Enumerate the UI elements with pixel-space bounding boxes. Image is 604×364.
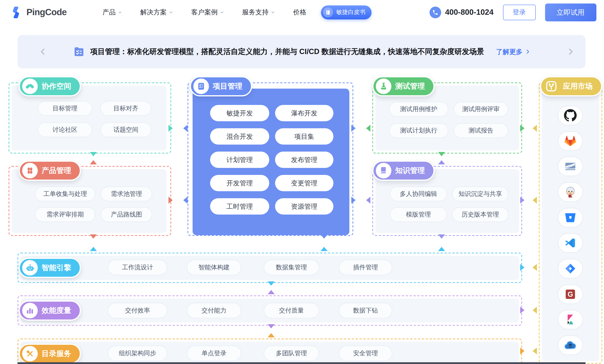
flow-arrow <box>168 125 173 132</box>
phone-number: 400-800-1024 <box>445 8 493 17</box>
gitlab-icon <box>564 134 577 148</box>
feature-chip: 模版管理 <box>390 207 447 222</box>
flow-arrow <box>438 247 445 251</box>
kibana-icon <box>564 313 577 326</box>
flow-arrow <box>90 247 97 251</box>
banner-next-button[interactable] <box>566 48 575 56</box>
app-pill <box>558 182 583 202</box>
phone-contact[interactable]: 400-800-1024 <box>429 6 493 18</box>
page-fold-divider <box>17 362 586 364</box>
banner-prev-button[interactable] <box>39 48 48 56</box>
checklist-folder-icon <box>73 46 85 58</box>
flow-arrow <box>533 348 537 354</box>
checklist-icon <box>193 79 209 94</box>
banner-text: 项目管理：标准化研发管理模型，搭配灵活自定义能力，并能与 CI/CD 数据进行无… <box>90 47 484 57</box>
nav-item-solutions[interactable]: 解决方案 <box>140 8 173 17</box>
chevron-down-icon <box>118 10 122 14</box>
feature-chip: 话题空间 <box>100 122 151 137</box>
announcement-banner: 项目管理：标准化研发管理模型，搭配灵活自定义能力，并能与 CI/CD 数据进行无… <box>17 35 586 68</box>
flow-arrow <box>533 307 537 314</box>
main-nav: 产品 解决方案 客户案例 服务支持 价格 <box>102 8 306 17</box>
logo-text: PingCode <box>26 7 67 17</box>
subversion-icon <box>564 160 577 173</box>
bitbucket-icon <box>564 211 577 224</box>
nav-item-products[interactable]: 产品 <box>102 8 122 17</box>
flow-arrow <box>268 281 275 286</box>
feature-chip: 项目集 <box>275 128 333 145</box>
feature-chip: 组织架构同步 <box>108 346 167 361</box>
ai-section-label: 智能引擎 <box>19 258 81 278</box>
learn-more-link[interactable]: 了解更多 <box>496 47 530 56</box>
nav-item-support[interactable]: 服务支持 <box>242 8 275 17</box>
feature-chip: 数据集管理 <box>264 260 319 275</box>
pingcode-homepage: PingCode 产品 解决方案 客户案例 服务支持 价格 <box>0 0 604 364</box>
tools-icon <box>22 346 38 362</box>
cloud-database-icon <box>564 339 577 352</box>
directory-section-label: 目录服务 <box>19 344 81 364</box>
login-button[interactable]: 登录 <box>503 4 536 20</box>
trial-button[interactable]: 立即试用 <box>545 3 596 21</box>
feature-chip: 发布管理 <box>275 152 333 168</box>
project-section-label: 项目管理 <box>190 76 252 97</box>
feature-chip: 交付效率 <box>108 303 167 318</box>
feature-chip: 插件管理 <box>339 260 392 275</box>
agile-whitepaper-badge[interactable]: 敏捷白皮书 <box>321 5 372 19</box>
feature-chip: 测试计划执行 <box>389 123 448 138</box>
flow-arrow <box>533 125 537 132</box>
feature-chip: 讨论社区 <box>38 122 92 137</box>
chevron-down-icon <box>169 10 173 14</box>
product-section-label: 产品管理 <box>19 160 81 181</box>
chevron-down-icon <box>271 10 275 14</box>
feature-chip: 敏捷开发 <box>210 105 269 121</box>
feature-chip: 知识沉淀与共享 <box>452 187 508 201</box>
jira-icon <box>564 262 577 275</box>
feature-chip: 历史版本管理 <box>452 207 508 222</box>
flow-arrow <box>268 333 275 337</box>
feature-chip: 测试用例维护 <box>389 102 448 117</box>
flow-arrow <box>183 197 188 204</box>
flow-arrow <box>520 197 524 204</box>
flask-icon <box>376 79 391 94</box>
app-pill <box>558 131 583 151</box>
flow-arrow <box>438 160 445 164</box>
branch-icon <box>543 79 559 94</box>
nav-item-customers[interactable]: 客户案例 <box>191 8 224 17</box>
feature-chip: 需求池管理 <box>101 187 152 201</box>
flow-arrow <box>438 234 445 239</box>
flow-arrow <box>168 197 173 204</box>
vscode-icon <box>564 237 577 249</box>
feature-chip: 工作流设计 <box>108 260 167 275</box>
feature-chip: 交付质量 <box>264 303 319 318</box>
feature-chip: 多人协同编辑 <box>390 187 447 201</box>
app-pill <box>558 233 583 253</box>
pingcode-logo[interactable]: PingCode <box>10 6 67 19</box>
flow-arrow <box>520 307 524 314</box>
gitee-icon: G <box>564 288 577 301</box>
flow-arrow <box>520 348 524 354</box>
book-icon <box>323 7 333 17</box>
handshake-icon <box>22 79 38 94</box>
flow-arrow <box>351 125 356 132</box>
robot-icon <box>22 260 38 276</box>
flow-arrow <box>90 152 97 156</box>
feature-chip: 需求评审排期 <box>35 207 95 222</box>
flow-arrow <box>90 160 97 164</box>
feature-chip: 目标对齐 <box>100 101 151 116</box>
flow-arrow <box>520 264 524 271</box>
flow-arrow <box>366 125 370 132</box>
feature-chip: 多团队管理 <box>264 346 319 361</box>
flow-arrow <box>520 125 524 132</box>
flow-arrow <box>183 125 188 132</box>
feature-chip: 工单收集与处理 <box>35 187 95 201</box>
top-navbar: PingCode 产品 解决方案 客户案例 服务支持 价格 <box>0 0 604 24</box>
flow-arrow <box>321 234 327 239</box>
book-icon <box>376 163 391 178</box>
flow-arrow <box>90 234 97 239</box>
flow-arrow <box>351 197 356 204</box>
phone-icon <box>429 6 441 18</box>
feature-chip: 变更管理 <box>275 175 333 191</box>
feature-chip: 工时管理 <box>210 198 269 215</box>
feature-chip: 瀑布开发 <box>275 105 333 121</box>
app-pill <box>558 259 583 278</box>
nav-item-pricing[interactable]: 价格 <box>293 8 306 17</box>
